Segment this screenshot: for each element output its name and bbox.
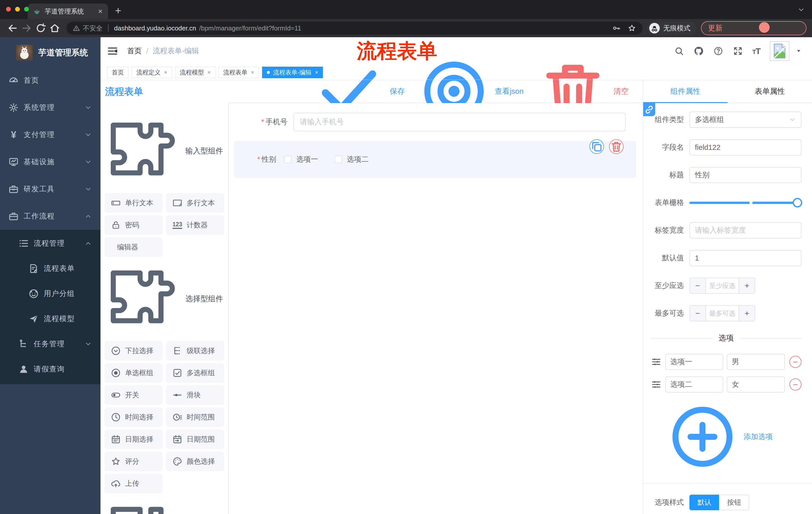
max-check-input[interactable]: 最多可选 (706, 306, 738, 321)
tag-首页[interactable]: 首页 (107, 66, 128, 78)
option-value-input[interactable]: 男 (727, 354, 785, 370)
tag-流程表单[interactable]: 流程表单× (219, 66, 259, 78)
field-name-input[interactable]: field122 (689, 139, 802, 155)
component-chip-单行文本[interactable]: 单行文本 (105, 193, 163, 213)
collapse-sidebar-icon[interactable] (107, 46, 118, 57)
gender-checkbox-选项二[interactable]: 选项二 (335, 154, 369, 164)
sidebar-item-基础设施[interactable]: 基础设施 (0, 148, 100, 175)
remove-option-button[interactable]: − (789, 356, 802, 368)
remove-option-button[interactable]: − (789, 378, 802, 390)
tab-close-icon[interactable]: × (98, 7, 103, 16)
sidebar-item-任务管理[interactable]: 任务管理 (0, 331, 100, 357)
tag-close-icon[interactable]: × (164, 69, 167, 76)
back-button[interactable] (5, 23, 20, 34)
new-tab-button[interactable]: + (115, 5, 121, 16)
component-chip-时间选择[interactable]: 时间选择 (105, 407, 163, 427)
sidebar-item-工作流程[interactable]: 工作流程 (0, 203, 100, 230)
component-chip-密码[interactable]: 密码 (105, 215, 163, 235)
sidebar-item-请假查询[interactable]: 请假查询 (0, 357, 100, 382)
component-chip-下拉选择[interactable]: 下拉选择 (105, 341, 163, 360)
help-icon[interactable] (713, 46, 723, 56)
form-grid-slider[interactable] (689, 195, 802, 211)
increment-button[interactable]: + (738, 306, 755, 321)
fullscreen-icon[interactable] (733, 46, 743, 56)
title-input[interactable]: 性别 (689, 167, 802, 183)
form-canvas[interactable]: *手机号 请输入手机号 *性别 选项一选项二 (229, 103, 643, 514)
component-chip-评分[interactable]: 评分 (105, 452, 163, 471)
link-tag[interactable] (643, 103, 655, 116)
reload-button[interactable] (34, 23, 48, 34)
duplicate-component-button[interactable] (589, 139, 604, 154)
forward-button[interactable] (20, 23, 34, 34)
bookmark-star-icon[interactable] (628, 24, 636, 32)
checkbox-icon[interactable] (335, 156, 342, 163)
component-chip-多行文本[interactable]: 多行文本 (166, 193, 224, 213)
decrement-button[interactable]: − (690, 306, 706, 321)
update-browser-button[interactable]: 更新 (701, 21, 807, 35)
component-chip-时间范围[interactable]: 时间范围 (166, 407, 224, 427)
close-window-button[interactable] (6, 7, 11, 11)
component-chip-日期范围[interactable]: 日期范围 (166, 430, 224, 449)
slider-handle[interactable] (793, 198, 802, 208)
sidebar-item-流程表单[interactable]: 流程表单 (0, 256, 100, 281)
phone-field-row[interactable]: *手机号 请输入手机号 (254, 113, 626, 131)
drag-handle-icon[interactable] (651, 356, 662, 368)
breadcrumb-home[interactable]: 首页 (127, 46, 142, 56)
decrement-button[interactable]: − (690, 278, 706, 293)
option-value-input[interactable]: 女 (727, 376, 785, 393)
zoom-window-button[interactable] (24, 7, 29, 11)
browser-tab[interactable]: 芋道管理系统 × (28, 3, 108, 19)
home-button[interactable] (48, 23, 62, 34)
tag-close-icon[interactable]: × (251, 69, 254, 76)
phone-input[interactable]: 请输入手机号 (293, 113, 626, 131)
search-icon[interactable] (674, 46, 684, 56)
style-option-按钮[interactable]: 按钮 (719, 495, 749, 510)
selected-component-gender[interactable]: *性别 选项一选项二 (234, 141, 636, 178)
component-chip-单选框组[interactable]: 单选框组 (105, 363, 163, 383)
drag-handle-icon[interactable] (651, 379, 662, 390)
component-chip-计数器[interactable]: 123计数器 (166, 215, 224, 235)
default-value-input[interactable]: 1 (689, 250, 802, 266)
component-chip-编辑器[interactable]: 编辑器 (105, 237, 163, 257)
tab-组件属性[interactable]: 组件属性 (643, 80, 728, 103)
component-chip-级联选择[interactable]: 级联选择 (166, 341, 224, 360)
component-type-select[interactable]: 多选框组 (689, 112, 802, 128)
sidebar-item-系统管理[interactable]: 系统管理 (0, 94, 100, 121)
sidebar-item-支付管理[interactable]: ¥支付管理 (0, 121, 100, 148)
github-icon[interactable] (694, 46, 704, 56)
component-chip-上传[interactable]: 上传 (105, 474, 163, 493)
add-option-button[interactable]: 添加选项 (665, 399, 802, 475)
sidebar-item-用户分组[interactable]: 用户分组 (0, 281, 100, 306)
increment-button[interactable]: + (738, 278, 755, 293)
avatar-caret-down-icon[interactable] (795, 48, 802, 54)
component-chip-滑块[interactable]: 滑块 (166, 385, 224, 405)
sidebar-item-研发工具[interactable]: 研发工具 (0, 175, 100, 203)
delete-component-button[interactable] (609, 139, 624, 154)
component-chip-日期选择[interactable]: 日期选择 (105, 430, 163, 449)
sidebar-item-流程模型[interactable]: 流程模型 (0, 306, 100, 331)
minimize-window-button[interactable] (15, 7, 20, 11)
tab-search-chevron-icon[interactable] (798, 6, 805, 13)
component-chip-多选框组[interactable]: 多选框组 (166, 363, 224, 383)
user-avatar[interactable] (770, 41, 789, 61)
option-label-input[interactable]: 选项一 (665, 354, 723, 370)
tag-流程定义[interactable]: 流程定义× (132, 66, 172, 78)
address-bar[interactable]: 不安全 dashboard.yudao.iocoder.cn /bpm/mana… (66, 22, 643, 35)
component-chip-颜色选择[interactable]: 颜色选择 (166, 452, 224, 471)
password-key-icon[interactable] (612, 24, 620, 32)
sidebar-item-流程管理[interactable]: 流程管理 (0, 231, 100, 256)
label-width-input[interactable]: 请输入标签宽度 (689, 222, 802, 238)
tag-close-icon[interactable]: × (207, 69, 211, 76)
tag-流程表单-编辑[interactable]: 流程表单-编辑× (262, 66, 323, 78)
min-check-input[interactable]: 至少应选 (706, 278, 738, 293)
font-size-icon[interactable]: TT (752, 46, 760, 56)
option-label-input[interactable]: 选项二 (665, 376, 723, 393)
tag-close-icon[interactable]: × (315, 69, 318, 76)
checkbox-icon[interactable] (284, 156, 292, 163)
tab-表单属性[interactable]: 表单属性 (728, 80, 812, 103)
sidebar-item-首页[interactable]: 首页 (0, 67, 100, 94)
component-chip-开关[interactable]: 开关 (105, 385, 163, 405)
tag-流程模型[interactable]: 流程模型× (175, 66, 215, 78)
style-option-默认[interactable]: 默认 (689, 495, 720, 510)
gender-checkbox-选项一[interactable]: 选项一 (284, 154, 318, 164)
